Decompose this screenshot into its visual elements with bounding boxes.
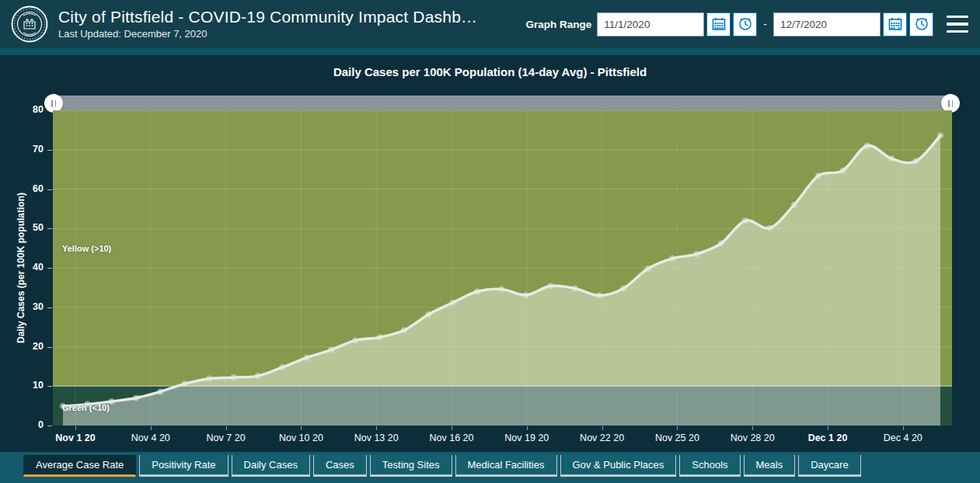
x-tick-mark xyxy=(376,426,377,430)
x-tick-mark xyxy=(151,426,152,430)
y-tick-label: 30 xyxy=(14,301,44,312)
x-tick-label: Nov 22 20 xyxy=(580,433,624,443)
range-start-group xyxy=(597,12,757,36)
x-tick-mark xyxy=(527,426,528,430)
clock-icon xyxy=(915,17,929,31)
y-tick-label: 40 xyxy=(14,262,44,273)
zone-label-green: Green (<10) xyxy=(62,403,110,412)
y-tick-mark xyxy=(47,189,52,190)
tab-cases[interactable]: Cases xyxy=(313,455,367,477)
graph-range-controls: Graph Range xyxy=(526,12,933,36)
x-tick-label: Nov 1 20 xyxy=(55,433,95,443)
header-titles: City of Pittsfield - COVID-19 Community … xyxy=(58,8,477,40)
range-start-calendar-button[interactable] xyxy=(706,12,731,36)
x-tick-label: Nov 19 20 xyxy=(504,433,549,443)
chart-range-slider-track[interactable] xyxy=(53,96,952,111)
x-tick-label: Nov 10 20 xyxy=(279,433,323,443)
dashboard: City of Pittsfield - COVID-19 Community … xyxy=(0,0,980,483)
tab-testing-sites[interactable]: Testing Sites xyxy=(370,455,452,477)
calendar-icon xyxy=(888,17,902,31)
y-tick-label: 80 xyxy=(14,104,44,115)
x-tick-label: Nov 25 20 xyxy=(655,433,699,443)
tab-daily-cases[interactable]: Daily Cases xyxy=(232,455,310,477)
tab-meals[interactable]: Meals xyxy=(744,455,796,477)
range-start-input[interactable] xyxy=(597,12,704,36)
y-tick-label: 60 xyxy=(14,183,44,194)
y-tick-label: 50 xyxy=(14,222,44,233)
x-tick-mark xyxy=(452,426,452,430)
menu-icon xyxy=(947,16,968,18)
case-rate-line-chart xyxy=(53,110,952,426)
x-tick-mark xyxy=(828,426,828,430)
x-tick-label: Dec 1 20 xyxy=(808,433,848,443)
x-tick-mark xyxy=(752,426,753,430)
x-tick-mark xyxy=(75,426,76,430)
range-end-input[interactable] xyxy=(773,12,881,36)
x-tick-label: Nov 7 20 xyxy=(207,433,246,443)
y-tick-mark xyxy=(47,228,52,229)
y-tick-mark xyxy=(47,347,52,348)
x-tick-label: Nov 16 20 xyxy=(430,433,474,443)
y-tick-mark xyxy=(47,110,52,111)
y-tick-mark xyxy=(47,426,52,426)
x-tick-label: Nov 28 20 xyxy=(731,433,775,443)
city-seal-logo xyxy=(11,5,48,43)
header-divider xyxy=(0,48,980,55)
y-tick-mark xyxy=(47,268,52,269)
tab-bar: Average Case RatePositivity RateDaily Ca… xyxy=(0,452,980,483)
y-tick-mark xyxy=(47,150,52,151)
tab-gov-public-places[interactable]: Gov & Public Places xyxy=(560,455,677,477)
x-tick-label: Nov 13 20 xyxy=(354,433,399,443)
x-tick-label: Nov 4 20 xyxy=(131,433,170,443)
tab-medical-facilities[interactable]: Medical Facilities xyxy=(455,455,557,477)
range-end-calendar-button[interactable] xyxy=(883,12,907,36)
chart-title: Daily Cases per 100K Population (14-day … xyxy=(0,57,980,85)
tab-positivity-rate[interactable]: Positivity Rate xyxy=(139,455,228,477)
x-tick-label: Dec 4 20 xyxy=(884,433,922,443)
range-separator: - xyxy=(763,18,767,30)
y-tick-mark xyxy=(47,308,52,308)
tab-daycare[interactable]: Daycare xyxy=(798,455,860,477)
chart-plot-area[interactable]: Yellow (>10) Green (<10) xyxy=(53,110,952,426)
range-end-time-button[interactable] xyxy=(909,12,933,36)
graph-range-label: Graph Range xyxy=(526,19,592,30)
menu-button[interactable] xyxy=(946,14,969,34)
x-tick-mark xyxy=(677,426,678,430)
range-end-group xyxy=(773,12,933,36)
y-tick-label: 10 xyxy=(14,380,44,391)
app-header: City of Pittsfield - COVID-19 Community … xyxy=(0,0,980,48)
last-updated-text: Last Updated: December 7, 2020 xyxy=(58,29,477,40)
y-tick-label: 0 xyxy=(14,419,44,430)
range-start-time-button[interactable] xyxy=(733,12,757,36)
x-tick-mark xyxy=(301,426,302,430)
y-tick-label: 70 xyxy=(14,144,44,155)
tabs: Average Case RatePositivity RateDaily Ca… xyxy=(23,455,864,477)
zone-label-yellow: Yellow (>10) xyxy=(62,244,111,253)
tab-schools[interactable]: Schools xyxy=(679,455,740,477)
tab-average-case-rate[interactable]: Average Case Rate xyxy=(23,455,136,477)
y-tick-mark xyxy=(47,386,52,387)
page-title: City of Pittsfield - COVID-19 Community … xyxy=(58,8,477,26)
x-tick-mark xyxy=(602,426,603,430)
y-tick-label: 20 xyxy=(14,341,44,352)
x-tick-mark xyxy=(226,426,227,430)
calendar-icon xyxy=(712,17,726,31)
clock-icon xyxy=(738,17,752,31)
x-tick-mark xyxy=(903,426,904,430)
